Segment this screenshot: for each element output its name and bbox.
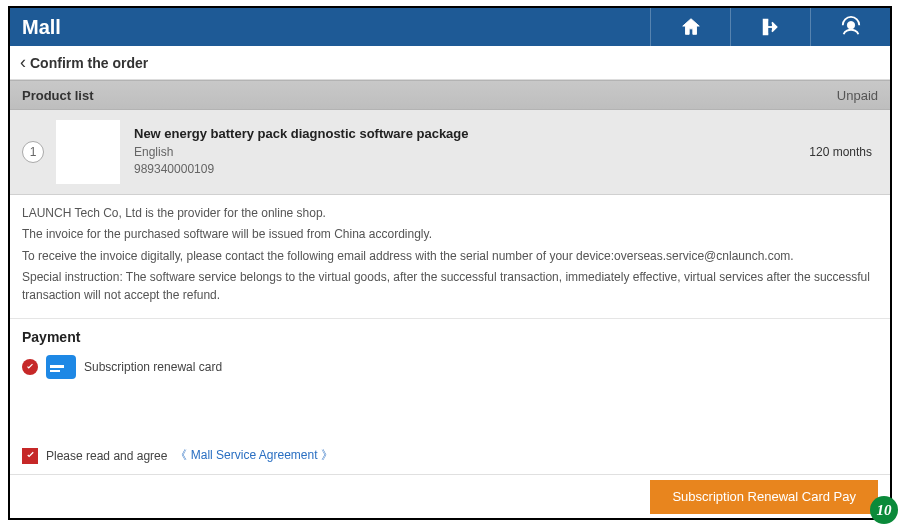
payment-option[interactable]: Subscription renewal card xyxy=(22,355,878,379)
agreement-row: Please read and agree 《 Mall Service Agr… xyxy=(10,437,890,474)
payment-title: Payment xyxy=(22,329,878,345)
svg-point-0 xyxy=(847,22,854,29)
footer-bar: Subscription Renewal Card Pay xyxy=(10,474,890,518)
page-title: Confirm the order xyxy=(30,55,148,71)
product-row: 1 New energy battery pack diagnostic sof… xyxy=(10,110,890,195)
product-info: New energy battery pack diagnostic softw… xyxy=(134,126,809,178)
pay-button[interactable]: Subscription Renewal Card Pay xyxy=(650,480,878,514)
product-serial: 989340000109 xyxy=(134,161,809,178)
home-icon[interactable] xyxy=(650,8,730,46)
product-thumbnail xyxy=(56,120,120,184)
payment-option-label: Subscription renewal card xyxy=(84,360,222,374)
product-name: New energy battery pack diagnostic softw… xyxy=(134,126,809,141)
support-icon[interactable] xyxy=(810,8,890,46)
product-duration: 120 months xyxy=(809,145,878,159)
product-list-header: Product list Unpaid xyxy=(10,80,890,110)
payment-status: Unpaid xyxy=(837,88,878,103)
notes-block: LAUNCH Tech Co, Ltd is the provider for … xyxy=(10,195,890,319)
step-badge: 10 xyxy=(870,496,898,524)
agreement-link[interactable]: 《 Mall Service Agreement 》 xyxy=(175,447,332,464)
subheader: ‹ Confirm the order xyxy=(10,46,890,80)
section-label: Product list xyxy=(22,88,94,103)
item-index-badge: 1 xyxy=(22,141,44,163)
back-chevron-icon[interactable]: ‹ xyxy=(20,52,26,73)
note-line: Special instruction: The software servic… xyxy=(22,269,878,304)
title-icon-group xyxy=(650,8,890,46)
agree-lead: Please read and agree xyxy=(46,449,167,463)
note-line: To receive the invoice digitally, please… xyxy=(22,248,878,265)
payment-section: Payment Subscription renewal card xyxy=(10,319,890,389)
selected-check-icon xyxy=(22,359,38,375)
card-icon xyxy=(46,355,76,379)
logout-icon[interactable] xyxy=(730,8,810,46)
note-line: LAUNCH Tech Co, Ltd is the provider for … xyxy=(22,205,878,222)
note-line: The invoice for the purchased software w… xyxy=(22,226,878,243)
agree-checkbox[interactable] xyxy=(22,448,38,464)
app-title: Mall xyxy=(22,16,61,39)
title-bar: Mall xyxy=(10,8,890,46)
product-language: English xyxy=(134,144,809,161)
